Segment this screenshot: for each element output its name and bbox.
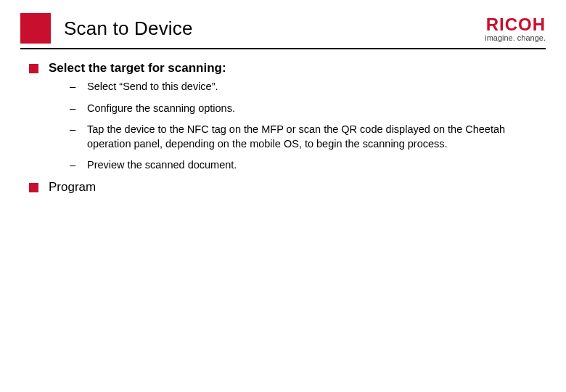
title-block: Scan to Device (20, 13, 485, 44)
dash-bullet-icon: – (70, 102, 77, 114)
sub-item-text: Configure the scanning options. (87, 102, 235, 116)
sub-item-text: Preview the scanned document. (87, 158, 237, 173)
brand-tagline: imagine. change. (485, 33, 546, 42)
tagline-dot-1: . (513, 33, 515, 42)
dash-bullet-icon: – (70, 123, 77, 135)
tagline-dot-2: . (544, 33, 546, 42)
slide-content: Select the target for scanning: – Select… (0, 49, 566, 195)
tagline-word-2: change (517, 33, 544, 42)
slide-title: Scan to Device (64, 17, 193, 40)
section-1-heading: Select the target for scanning: (49, 61, 226, 75)
dash-bullet-icon: – (70, 158, 77, 171)
bullet-section-1: Select the target for scanning: (29, 61, 537, 75)
section-1-sublist: – Select “Send to this device”. – Config… (29, 80, 537, 173)
slide-header: Scan to Device RICOH imagine. change. (0, 0, 566, 44)
brand-name: RICOH (485, 15, 546, 35)
tagline-word-1: imagine (485, 33, 513, 42)
square-bullet-icon (29, 183, 38, 192)
dash-bullet-icon: – (70, 80, 77, 92)
sub-item-text: Tap the device to the NFC tag on the MFP… (87, 123, 522, 151)
bullet-section-2: Program (29, 180, 537, 195)
section-2-heading: Program (49, 180, 96, 195)
list-item: – Tap the device to the NFC tag on the M… (70, 123, 522, 151)
list-item: – Select “Send to this device”. (70, 80, 522, 94)
list-item: – Configure the scanning options. (70, 102, 522, 116)
title-accent-square (20, 13, 51, 44)
square-bullet-icon (29, 64, 38, 73)
list-item: – Preview the scanned document. (70, 158, 522, 173)
sub-item-text: Select “Send to this device”. (87, 80, 218, 94)
brand-logo: RICOH imagine. change. (485, 13, 546, 42)
